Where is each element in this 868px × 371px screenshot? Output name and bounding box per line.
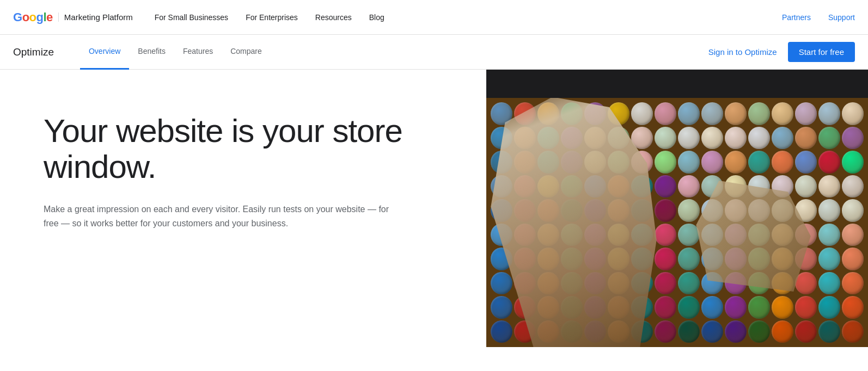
top-nav-links: For Small Businesses For Enterprises Res… <box>155 13 782 22</box>
yarn-ball <box>818 102 840 125</box>
hero-content: Your website is your store window. Make … <box>0 70 486 347</box>
yarn-ball <box>748 296 770 319</box>
yarn-ball <box>655 199 676 222</box>
yarn-ball <box>631 102 653 125</box>
sub-nav-links: Overview Benefits Features Compare <box>80 35 708 69</box>
google-logo-icon: Google <box>13 10 53 24</box>
yarn-ball <box>818 175 840 198</box>
hero-section: Your website is your store window. Make … <box>0 70 868 347</box>
yarn-ball <box>842 296 864 319</box>
yarn-ball <box>818 248 840 270</box>
top-nav: Google Marketing Platform For Small Busi… <box>0 0 868 35</box>
yarn-ball <box>655 320 676 343</box>
yarn-ball <box>772 151 793 174</box>
yarn-ball <box>748 320 770 343</box>
yarn-ball <box>701 296 723 319</box>
yarn-ball <box>678 199 700 222</box>
yarn-ball <box>748 127 770 150</box>
top-nav-right: Partners Support <box>782 13 855 22</box>
yarn-ball <box>842 151 864 174</box>
yarn-ball <box>795 151 817 174</box>
yarn-ball <box>701 151 723 174</box>
yarn-ball <box>701 320 723 343</box>
yarn-ball <box>655 296 676 319</box>
yarn-ball <box>725 296 747 319</box>
yarn-ball <box>678 248 700 270</box>
yarn-ball <box>818 199 840 222</box>
tab-compare[interactable]: Compare <box>222 35 271 70</box>
yarn-ball <box>748 151 770 174</box>
nav-link-enterprises[interactable]: For Enterprises <box>246 13 298 22</box>
yarn-ball <box>818 127 840 150</box>
yarn-ball <box>655 151 676 174</box>
yarn-ball <box>842 248 864 270</box>
yarn-ball <box>842 320 864 343</box>
yarn-ball <box>678 320 700 343</box>
yarn-ball <box>725 320 747 343</box>
dark-top-bar <box>486 70 868 98</box>
yarn-ball <box>842 224 864 246</box>
yarn-ball <box>491 296 512 319</box>
yarn-ball <box>818 272 840 295</box>
yarn-ball <box>655 127 676 150</box>
yarn-ball <box>655 272 676 295</box>
yarn-ball <box>795 296 817 319</box>
nav-link-small-businesses[interactable]: For Small Businesses <box>155 13 228 22</box>
product-brand: Optimize <box>13 46 54 58</box>
sub-nav: Optimize Overview Benefits Features Comp… <box>0 35 868 70</box>
yarn-ball <box>772 102 793 125</box>
yarn-ball <box>701 102 723 125</box>
yarn-ball <box>725 102 747 125</box>
tab-benefits[interactable]: Benefits <box>129 35 174 70</box>
yarn-ball <box>818 224 840 246</box>
yarn-ball <box>678 224 700 246</box>
google-marketing-platform-logo[interactable]: Google Marketing Platform <box>13 10 133 24</box>
yarn-ball <box>842 127 864 150</box>
tab-features[interactable]: Features <box>174 35 222 70</box>
yarn-ball <box>678 296 700 319</box>
yarn-ball <box>842 102 864 125</box>
yarn-ball <box>678 151 700 174</box>
sub-nav-right: Sign in to Optimize Start for free <box>708 42 855 62</box>
yarn-ball <box>678 102 700 125</box>
platform-name: Marketing Platform <box>58 13 133 22</box>
nav-link-blog[interactable]: Blog <box>369 13 384 22</box>
yarn-ball <box>655 248 676 270</box>
yarn-ball <box>795 127 817 150</box>
yarn-ball <box>748 102 770 125</box>
yarn-ball <box>818 320 840 343</box>
yarn-ball <box>818 151 840 174</box>
yarn-ball <box>655 102 676 125</box>
partners-link[interactable]: Partners <box>782 13 811 22</box>
nav-link-resources[interactable]: Resources <box>315 13 352 22</box>
hero-title: Your website is your store window. <box>44 113 454 185</box>
tab-overview[interactable]: Overview <box>80 35 129 70</box>
yarn-ball <box>772 127 793 150</box>
yarn-ball <box>818 296 840 319</box>
start-free-button[interactable]: Start for free <box>788 42 855 62</box>
support-link[interactable]: Support <box>828 13 855 22</box>
yarn-ball <box>491 320 512 343</box>
yarn-ball <box>491 272 512 295</box>
hero-subtitle: Make a great impression on each and ever… <box>44 202 392 231</box>
yarn-ball <box>842 272 864 295</box>
yarn-ball <box>678 127 700 150</box>
yarn-ball <box>842 199 864 222</box>
hero-image <box>486 70 868 347</box>
yarn-ball <box>772 296 793 319</box>
yarn-ball <box>725 151 747 174</box>
yarn-ball <box>795 102 817 125</box>
yarn-ball <box>655 224 676 246</box>
sign-in-link[interactable]: Sign in to Optimize <box>708 47 777 57</box>
yarn-ball <box>655 175 676 198</box>
yarn-ball <box>678 272 700 295</box>
yarn-ball <box>842 175 864 198</box>
yarn-ball <box>701 127 723 150</box>
yarn-ball <box>772 320 793 343</box>
yarn-ball <box>795 175 817 198</box>
yarn-ball <box>795 320 817 343</box>
yarn-ball <box>678 175 700 198</box>
yarn-ball <box>725 127 747 150</box>
